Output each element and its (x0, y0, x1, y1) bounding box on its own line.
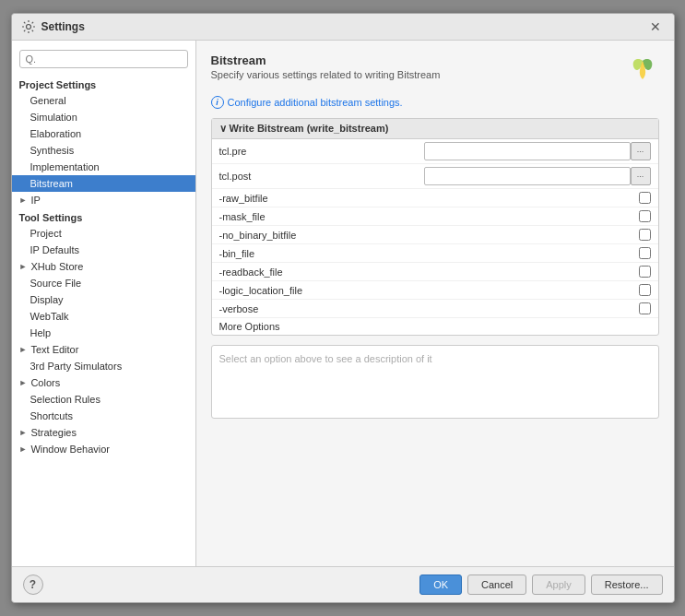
description-placeholder: Select an option above to see a descript… (219, 353, 432, 364)
restore-button[interactable]: Restore... (591, 575, 663, 595)
main-header-text: Bitstream Specify various settings relat… (211, 53, 441, 80)
dialog-body: Project Settings General Simulation Elab… (12, 41, 674, 566)
sidebar-item-simulation[interactable]: Simulation (12, 109, 195, 125)
sidebar-item-selection-rules[interactable]: Selection Rules (12, 391, 195, 408)
settings-dialog: Settings ✕ Project Settings General Simu… (11, 13, 675, 603)
sidebar-item-webtalk[interactable]: WebTalk (12, 308, 195, 325)
sidebar: Project Settings General Simulation Elab… (12, 41, 196, 566)
sidebar-item-ip[interactable]: ► IP (12, 192, 195, 208)
text-editor-label: Text Editor (30, 344, 78, 355)
tcl-post-label: tcl.post (219, 171, 417, 182)
no-binary-bitfile-label: -no_binary_bitfile (219, 230, 639, 241)
settings-row-verbose: -verbose (212, 300, 658, 318)
settings-row-more-options: More Options (212, 318, 658, 335)
mask-file-label: -mask_file (219, 211, 639, 222)
cancel-button[interactable]: Cancel (467, 575, 526, 595)
ip-chevron-icon: ► (19, 195, 28, 205)
no-binary-bitfile-checkbox[interactable] (639, 229, 651, 241)
settings-row-mask-file: -mask_file (212, 207, 658, 226)
main-header: Bitstream Specify various settings relat… (211, 53, 659, 87)
sidebar-item-xhub-store[interactable]: ► XHub Store (12, 258, 195, 275)
sidebar-item-ip-defaults[interactable]: IP Defaults (12, 242, 195, 258)
sidebar-item-synthesis[interactable]: Synthesis (12, 142, 195, 159)
description-box: Select an option above to see a descript… (211, 345, 659, 419)
main-title: Bitstream (211, 53, 441, 67)
tcl-pre-label: tcl.pre (219, 146, 417, 157)
settings-row-raw-bitfile: -raw_bitfile (212, 189, 658, 207)
project-settings-label: Project Settings (12, 76, 195, 92)
verbose-label: -verbose (219, 303, 639, 314)
sidebar-item-strategies[interactable]: ► Strategies (12, 424, 195, 441)
sidebar-item-implementation[interactable]: Implementation (12, 159, 195, 175)
help-button[interactable]: ? (23, 575, 43, 595)
info-link-text: Configure additional bitstream settings. (228, 97, 403, 108)
tcl-post-input[interactable] (424, 167, 631, 185)
verbose-checkbox[interactable] (639, 302, 651, 314)
strategies-chevron-icon: ► (19, 428, 28, 437)
apply-button[interactable]: Apply (532, 575, 585, 595)
footer-left: ? (23, 575, 43, 595)
footer-right: OK Cancel Apply Restore... (419, 575, 662, 595)
colors-chevron-icon: ► (19, 378, 28, 387)
close-button[interactable]: ✕ (646, 19, 665, 34)
sidebar-item-window-behavior[interactable]: ► Window Behavior (12, 441, 195, 457)
settings-row-tcl-post: tcl.post ··· (212, 164, 658, 189)
panel-header[interactable]: ∨ Write Bitstream (write_bitstream) (212, 119, 658, 139)
logic-location-file-checkbox[interactable] (639, 284, 651, 296)
footer: ? OK Cancel Apply Restore... (12, 566, 674, 602)
info-link[interactable]: i Configure additional bitstream setting… (211, 96, 659, 109)
mask-file-checkbox[interactable] (639, 210, 651, 222)
ip-label: IP (30, 195, 40, 206)
colors-label: Colors (30, 377, 60, 388)
text-editor-chevron-icon: ► (19, 345, 28, 354)
sidebar-item-colors[interactable]: ► Colors (12, 374, 195, 391)
bin-file-label: -bin_file (219, 248, 639, 259)
settings-row-logic-location-file: -logic_location_file (212, 281, 658, 300)
tcl-pre-browse-button[interactable]: ··· (631, 142, 651, 160)
bin-file-checkbox[interactable] (639, 247, 651, 259)
settings-row-tcl-pre: tcl.pre ··· (212, 139, 658, 164)
sidebar-item-3rd-party-sim[interactable]: 3rd Party Simulators (12, 358, 195, 374)
xhub-label: XHub Store (30, 261, 83, 272)
tcl-pre-input[interactable] (424, 142, 631, 160)
settings-icon (21, 19, 36, 34)
svg-point-0 (26, 25, 30, 30)
logic-location-file-label: -logic_location_file (219, 285, 639, 296)
raw-bitfile-checkbox[interactable] (639, 192, 651, 204)
info-icon: i (211, 96, 224, 109)
sidebar-item-project[interactable]: Project (12, 225, 195, 242)
sidebar-item-display[interactable]: Display (12, 291, 195, 308)
readback-file-checkbox[interactable] (639, 266, 651, 278)
title-bar-left: Settings (21, 19, 85, 34)
readback-file-label: -readback_file (219, 267, 639, 278)
ok-button[interactable]: OK (419, 575, 462, 595)
settings-row-readback-file: -readback_file (212, 263, 658, 281)
window-behavior-chevron-icon: ► (19, 444, 28, 454)
sidebar-item-shortcuts[interactable]: Shortcuts (12, 408, 195, 424)
title-bar: Settings ✕ (12, 14, 674, 41)
sidebar-item-source-file[interactable]: Source File (12, 275, 195, 291)
settings-row-no-binary-bitfile: -no_binary_bitfile (212, 226, 658, 244)
window-behavior-label: Window Behavior (30, 444, 110, 455)
main-content: Bitstream Specify various settings relat… (196, 41, 674, 566)
main-subtitle: Specify various settings related to writ… (211, 69, 441, 80)
dialog-title: Settings (41, 20, 85, 33)
tool-settings-label: Tool Settings (12, 208, 195, 225)
strategies-label: Strategies (30, 427, 77, 438)
raw-bitfile-label: -raw_bitfile (219, 193, 639, 204)
tcl-post-browse-button[interactable]: ··· (631, 167, 651, 185)
more-options-label: More Options (219, 321, 651, 332)
xhub-chevron-icon: ► (19, 262, 28, 271)
sidebar-item-elaboration[interactable]: Elaboration (12, 125, 195, 142)
sidebar-item-general[interactable]: General (12, 92, 195, 109)
sidebar-item-bitstream[interactable]: Bitstream (12, 175, 195, 192)
search-input[interactable] (19, 50, 188, 68)
settings-panel: ∨ Write Bitstream (write_bitstream) tcl.… (211, 118, 659, 336)
settings-row-bin-file: -bin_file (212, 244, 658, 263)
sidebar-item-help[interactable]: Help (12, 325, 195, 341)
brand-logo (626, 53, 659, 87)
sidebar-item-text-editor[interactable]: ► Text Editor (12, 341, 195, 358)
